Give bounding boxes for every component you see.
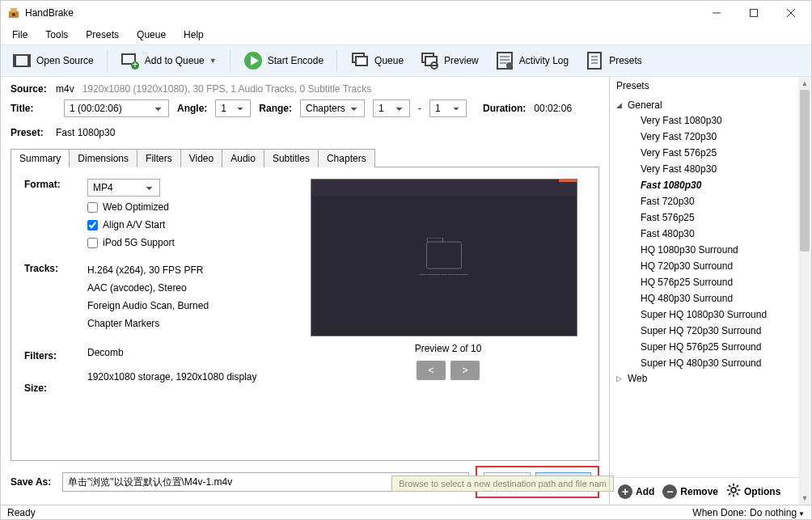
menu-tools[interactable]: Tools: [37, 27, 76, 42]
maximize-button[interactable]: [735, 1, 772, 25]
queue-button[interactable]: Queue: [344, 48, 410, 74]
angle-label: Angle:: [177, 103, 207, 114]
window-title: HandBrake: [25, 7, 698, 19]
start-encode-button[interactable]: Start Encode: [237, 48, 330, 74]
web-optimized-checkbox[interactable]: Web Optimized: [87, 201, 291, 213]
preset-value: Fast 1080p30: [56, 127, 115, 138]
chevron-down-icon: ▼: [798, 510, 805, 518]
tab-subtitles[interactable]: Subtitles: [264, 149, 319, 167]
presets-button[interactable]: Presets: [578, 48, 649, 74]
preset-item[interactable]: HQ 576p25 Surround: [616, 274, 805, 290]
source-name: m4v: [56, 83, 74, 95]
app-icon: [7, 6, 20, 19]
status-bar: Ready When Done: Do nothing▼: [1, 505, 811, 519]
preset-item[interactable]: Very Fast 480p30: [616, 161, 805, 177]
browse-tooltip: Browse to select a new destination path …: [391, 476, 614, 492]
preset-item[interactable]: Very Fast 720p30: [616, 129, 805, 145]
svg-line-36: [729, 493, 730, 495]
track-line: H.264 (x264), 30 FPS PFR: [87, 264, 291, 276]
preset-item[interactable]: Super HQ 576p25 Surround: [616, 339, 805, 355]
folder-icon: [426, 241, 462, 268]
ipod-checkbox[interactable]: iPod 5G Support: [87, 237, 291, 248]
toolbar: Open Source + Add to Queue ▼ Start Encod…: [1, 44, 811, 77]
scroll-down-icon[interactable]: ▼: [798, 492, 811, 505]
status-text: Ready: [7, 507, 36, 518]
preview-label: Preview: [444, 55, 479, 66]
gear-icon: [726, 483, 741, 500]
menu-bar: File Tools Presets Queue Help: [1, 25, 811, 44]
menu-help[interactable]: Help: [176, 27, 212, 42]
preview-next-button[interactable]: >: [450, 361, 480, 380]
toolbar-separator: [107, 50, 108, 71]
tab-chapters[interactable]: Chapters: [318, 149, 375, 167]
tab-dimensions[interactable]: Dimensions: [69, 149, 137, 167]
preset-item[interactable]: Fast 720p30: [616, 193, 805, 209]
preview-caption: Preview 2 of 10: [311, 343, 586, 354]
svg-rect-8: [14, 55, 16, 66]
preset-item[interactable]: Super HQ 720p30 Surround: [616, 323, 805, 339]
open-source-button[interactable]: Open Source: [6, 48, 100, 74]
scroll-thumb[interactable]: [800, 90, 810, 252]
scroll-up-icon[interactable]: ▲: [798, 77, 811, 90]
preset-item[interactable]: Fast 480p30: [616, 226, 805, 242]
toolbar-separator: [336, 50, 337, 71]
when-done-select[interactable]: Do nothing▼: [750, 507, 805, 518]
preset-options-button[interactable]: Options: [726, 483, 780, 500]
title-bar: HandBrake: [1, 1, 811, 25]
preset-item[interactable]: Super HQ 480p30 Surround: [616, 355, 805, 371]
range-dash: -: [418, 103, 421, 114]
filters-label: Filters:: [24, 350, 76, 361]
preset-item[interactable]: HQ 480p30 Surround: [616, 290, 805, 307]
filters-value: Decomb: [87, 347, 291, 358]
tab-summary[interactable]: Summary: [11, 149, 70, 167]
preset-add-button[interactable]: +Add: [618, 484, 654, 499]
title-select[interactable]: 1 (00:02:06): [64, 99, 169, 117]
preset-group-general[interactable]: ◢General: [616, 99, 805, 111]
svg-line-34: [729, 485, 730, 487]
range-to-select[interactable]: 1: [429, 99, 467, 117]
preset-item[interactable]: Very Fast 576p25: [616, 145, 805, 161]
duration-value: 00:02:06: [534, 103, 572, 114]
close-button[interactable]: [772, 1, 810, 25]
save-as-label: Save As:: [11, 476, 56, 488]
format-select[interactable]: MP4: [87, 179, 160, 197]
align-av-checkbox[interactable]: Align A/V Start: [87, 219, 291, 230]
svg-line-35: [737, 493, 738, 495]
tab-video[interactable]: Video: [180, 149, 222, 167]
range-from-select[interactable]: 1: [373, 99, 410, 117]
tab-filters[interactable]: Filters: [137, 149, 181, 167]
menu-presets[interactable]: Presets: [78, 27, 127, 42]
add-to-queue-button[interactable]: + Add to Queue ▼: [114, 48, 223, 74]
svg-line-37: [737, 485, 738, 487]
menu-file[interactable]: File: [4, 27, 36, 42]
preset-item[interactable]: Very Fast 1080p30: [616, 112, 805, 129]
preset-tree[interactable]: ◢General Very Fast 1080p30 Very Fast 720…: [610, 95, 811, 477]
preset-item[interactable]: HQ 720p30 Surround: [616, 258, 805, 274]
activity-log-button[interactable]: Activity Log: [488, 48, 575, 74]
preview-thumbnail: ———————: [311, 179, 577, 336]
range-label: Range:: [259, 103, 292, 114]
track-line: Foreign Audio Scan, Burned: [87, 300, 291, 311]
tab-audio[interactable]: Audio: [222, 149, 264, 167]
minimize-button[interactable]: [698, 1, 735, 25]
presets-scrollbar[interactable]: ▲ ▼: [798, 77, 811, 505]
preset-item-selected[interactable]: Fast 1080p30: [616, 177, 805, 193]
svg-point-24: [506, 62, 513, 69]
preset-group-web[interactable]: ▷Web: [616, 373, 805, 384]
svg-rect-16: [356, 57, 367, 66]
preview-button[interactable]: Preview: [413, 48, 485, 74]
tab-content: Format: Tracks: Filters: Size: MP4 Web O…: [11, 167, 599, 461]
preview-prev-button[interactable]: <: [417, 361, 446, 380]
svg-point-2: [12, 13, 15, 16]
preset-item[interactable]: Super HQ 1080p30 Surround: [616, 307, 805, 323]
preset-item[interactable]: HQ 1080p30 Surround: [616, 242, 805, 258]
svg-rect-1: [11, 8, 17, 12]
preset-remove-button[interactable]: −Remove: [662, 484, 718, 499]
range-mode-select[interactable]: Chapters: [300, 99, 365, 117]
svg-rect-9: [27, 55, 30, 66]
menu-queue[interactable]: Queue: [129, 27, 174, 42]
tab-bar: Summary Dimensions Filters Video Audio S…: [11, 148, 599, 167]
preset-item[interactable]: Fast 576p25: [616, 209, 805, 226]
minus-icon: −: [662, 484, 677, 499]
angle-select[interactable]: 1: [215, 99, 251, 117]
